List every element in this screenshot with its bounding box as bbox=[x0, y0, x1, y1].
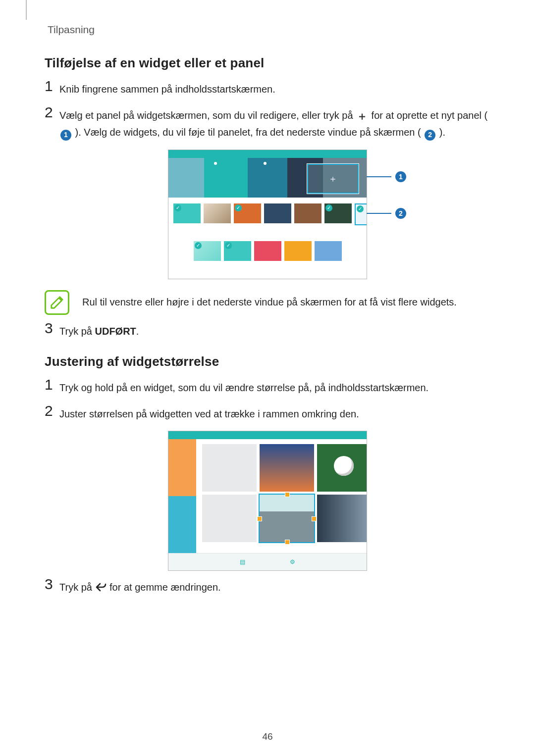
text-fragment: Vælg et panel på widgetskærmen, som du v… bbox=[59, 110, 356, 121]
step-text: Tryk på for at gemme ændringen. bbox=[59, 578, 490, 597]
steps-resize-widget-cont: 3 Tryk på for at gemme ændringen. bbox=[45, 578, 490, 597]
steps-resize-widget: 1 Tryk og hold på en widget, som du vil … bbox=[45, 378, 490, 422]
callout: 2 bbox=[367, 208, 406, 219]
callout-number: 2 bbox=[395, 208, 406, 219]
callout: 1 bbox=[367, 171, 406, 182]
step: 1 Tryk og hold på en widget, som du vil … bbox=[45, 378, 490, 396]
selected-widget-frame bbox=[260, 495, 314, 542]
footer-icon: ⚙ bbox=[290, 558, 295, 565]
text-fragment: . bbox=[136, 326, 139, 337]
step-number: 2 bbox=[45, 403, 59, 418]
text-fragment: ). Vælg de widgets, du vil føje til pane… bbox=[72, 127, 424, 138]
heading-resize-widget: Justering af widgetstørrelse bbox=[45, 354, 490, 369]
device-screenshot: ▤ ⚙ bbox=[168, 431, 367, 571]
step-number: 3 bbox=[45, 321, 59, 336]
add-panel-box: ＋ bbox=[307, 164, 359, 194]
step: 2 Vælg et panel på widgetskærmen, som du… bbox=[45, 106, 490, 141]
page: Tilpasning Tilføjelse af en widget eller… bbox=[0, 0, 535, 756]
step-number: 3 bbox=[45, 577, 59, 592]
page-number: 46 bbox=[0, 731, 535, 742]
step-text: Tryk på UDFØRT. bbox=[59, 322, 490, 339]
button-label-ref: UDFØRT bbox=[95, 326, 136, 337]
section-label: Tilpasning bbox=[48, 24, 490, 36]
text-fragment: for at oprette et nyt panel ( bbox=[369, 110, 487, 121]
step-text: Vælg et panel på widgetskærmen, som du v… bbox=[59, 106, 490, 141]
figure-widget-panels: ＋ ✓ ✓ ✓ ✓ ✓ ✓ bbox=[45, 150, 490, 279]
step-text: Tryk og hold på en widget, som du vil æn… bbox=[59, 378, 490, 396]
heading-add-widget: Tilføjelse af en widget eller et panel bbox=[45, 55, 490, 71]
steps-add-widget-cont: 3 Tryk på UDFØRT. bbox=[45, 322, 490, 339]
device-screenshot: ＋ ✓ ✓ ✓ ✓ ✓ ✓ bbox=[168, 150, 367, 279]
step-number: 1 bbox=[45, 79, 59, 94]
note: Rul til venstre eller højre i det neders… bbox=[45, 290, 490, 315]
text-fragment: Tryk på bbox=[59, 582, 95, 593]
step: 1 Knib fingrene sammen på indholdsstarts… bbox=[45, 80, 490, 97]
step: 3 Tryk på for at gemme ændringen. bbox=[45, 578, 490, 597]
step-text: Juster størrelsen på widgetten ved at tr… bbox=[59, 404, 490, 422]
back-icon bbox=[95, 582, 107, 597]
plus-icon: ＋ bbox=[356, 108, 369, 125]
text-fragment: Tryk på bbox=[59, 326, 95, 337]
footer-icon: ▤ bbox=[240, 558, 245, 565]
step-text: Knib fingrene sammen på indholdsstartskæ… bbox=[59, 80, 490, 97]
figure-resize-widget: ▤ ⚙ bbox=[45, 431, 490, 571]
note-icon bbox=[45, 290, 69, 315]
callout-number: 1 bbox=[395, 171, 406, 182]
step: 3 Tryk på UDFØRT. bbox=[45, 322, 490, 339]
callout-ref-1: 1 bbox=[60, 130, 71, 141]
step: 2 Juster størrelsen på widgetten ved at … bbox=[45, 404, 490, 422]
margin-rule bbox=[26, 0, 27, 20]
step-number: 2 bbox=[45, 105, 59, 120]
note-text: Rul til venstre eller højre i det neders… bbox=[82, 295, 490, 310]
step-number: 1 bbox=[45, 377, 59, 392]
text-fragment: for at gemme ændringen. bbox=[107, 582, 221, 593]
text-fragment: ). bbox=[436, 127, 445, 138]
callout-ref-2: 2 bbox=[425, 130, 435, 141]
steps-add-widget: 1 Knib fingrene sammen på indholdsstarts… bbox=[45, 80, 490, 141]
